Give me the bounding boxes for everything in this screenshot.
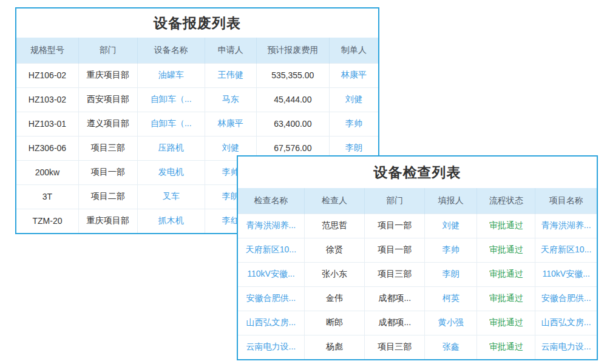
table-row: 安徽合肥供... 金伟 成都项... 柯英 审批通过 安徽合肥供... <box>238 286 597 311</box>
cell-department: 项目一部 <box>79 160 138 184</box>
status-badge: 审批通过 <box>477 238 535 262</box>
cell-department: 成都项... <box>365 311 425 335</box>
cell-filler-link[interactable]: 李帅 <box>425 238 477 262</box>
table-row: 山西弘文房... 断郎 成都项... 黄小强 审批通过 山西弘文房... <box>238 311 597 335</box>
status-badge: 审批通过 <box>477 262 535 286</box>
cell-inspector: 断郎 <box>304 311 364 335</box>
cell-inspection-name-link[interactable]: 110kV安徽... <box>238 262 304 286</box>
status-badge: 审批通过 <box>477 286 535 311</box>
column-header-inspection-name: 检查名称 <box>238 188 304 214</box>
cell-project-name-link[interactable]: 山西弘文房... <box>535 311 597 335</box>
cell-filler-link[interactable]: 张鑫 <box>425 335 477 359</box>
inspection-header-row: 检查名称 检查人 部门 填报人 流程状态 项目名称 <box>238 188 597 214</box>
cell-applicant-link[interactable]: 马东 <box>205 87 256 112</box>
cell-filler-link[interactable]: 黄小强 <box>425 311 477 335</box>
table-row: HZ103-01 遵义项目部 自卸车（... 林康平 63,400.00 李帅 <box>16 112 378 136</box>
status-badge: 审批通过 <box>477 311 535 335</box>
column-header-flow-status: 流程状态 <box>477 188 535 214</box>
cell-department: 项目一部 <box>365 238 425 262</box>
cell-spec-model: HZ103-01 <box>16 112 79 136</box>
cell-department: 西安项目部 <box>79 87 138 112</box>
inspection-table: 检查名称 检查人 部门 填报人 流程状态 项目名称 青海洪湖养... 范思哲 项… <box>238 188 597 359</box>
cell-equipment-name-link[interactable]: 自卸车（... <box>137 87 205 112</box>
table-row: HZ106-02 重庆项目部 油罐车 王伟健 535,355.00 林康平 <box>16 63 378 87</box>
cell-project-name-link[interactable]: 安徽合肥供... <box>535 286 597 311</box>
cell-equipment-name-link[interactable]: 叉车 <box>137 184 205 209</box>
cell-department: 成都项... <box>365 286 425 311</box>
cell-inspection-name-link[interactable]: 山西弘文房... <box>238 311 304 335</box>
cell-applicant-link[interactable]: 王伟健 <box>205 63 256 87</box>
column-header-creator: 制单人 <box>330 38 379 63</box>
cell-equipment-name-link[interactable]: 发电机 <box>137 160 205 184</box>
cell-creator-link[interactable]: 李帅 <box>330 112 379 136</box>
table-row: 天府新区10... 徐贤 项目一部 李帅 审批通过 天府新区10... <box>238 238 597 262</box>
cell-filler-link[interactable]: 李朗 <box>425 262 477 286</box>
column-header-applicant: 申请人 <box>205 38 256 63</box>
column-header-project-name: 项目名称 <box>535 188 597 214</box>
scrap-header-row: 规格型号 部门 设备名称 申请人 预计报废费用 制单人 <box>16 38 378 63</box>
cell-inspector: 杨彪 <box>304 335 364 359</box>
column-header-estimated-cost: 预计报废费用 <box>256 38 329 63</box>
cell-filler-link[interactable]: 刘健 <box>425 214 477 238</box>
column-header-department: 部门 <box>79 38 138 63</box>
cell-inspector: 徐贤 <box>304 238 364 262</box>
cell-department: 重庆项目部 <box>79 63 138 87</box>
cell-spec-model: TZM-20 <box>16 209 79 233</box>
cell-estimated-cost: 63,400.00 <box>256 112 329 136</box>
cell-equipment-name-link[interactable]: 抓木机 <box>137 209 205 233</box>
cell-applicant-link[interactable]: 林康平 <box>205 112 256 136</box>
cell-department: 项目三部 <box>365 335 425 359</box>
inspection-table-title: 设备检查列表 <box>238 157 597 188</box>
cell-department: 项目一部 <box>365 214 425 238</box>
cell-project-name-link[interactable]: 110kV安徽... <box>535 262 597 286</box>
cell-inspection-name-link[interactable]: 青海洪湖养... <box>238 214 304 238</box>
cell-project-name-link[interactable]: 天府新区10... <box>535 238 597 262</box>
cell-equipment-name-link[interactable]: 油罐车 <box>137 63 205 87</box>
cell-department: 遵义项目部 <box>79 112 138 136</box>
cell-spec-model: 3T <box>16 184 79 209</box>
cell-creator-link[interactable]: 林康平 <box>330 63 379 87</box>
column-header-department: 部门 <box>365 188 425 214</box>
status-badge: 审批通过 <box>477 335 535 359</box>
cell-department: 项目三部 <box>365 262 425 286</box>
cell-spec-model: 200kw <box>16 160 79 184</box>
cell-inspection-name-link[interactable]: 天府新区10... <box>238 238 304 262</box>
scrap-table-title: 设备报废列表 <box>16 8 378 38</box>
column-header-spec-model: 规格型号 <box>16 38 79 63</box>
cell-inspection-name-link[interactable]: 云南电力设... <box>238 335 304 359</box>
cell-inspector: 张小东 <box>304 262 364 286</box>
cell-spec-model: HZ106-02 <box>16 63 79 87</box>
column-header-inspector: 检查人 <box>304 188 364 214</box>
cell-spec-model: HZ103-02 <box>16 87 79 112</box>
cell-spec-model: HZ306-06 <box>16 136 79 160</box>
cell-inspection-name-link[interactable]: 安徽合肥供... <box>238 286 304 311</box>
cell-equipment-name-link[interactable]: 压路机 <box>137 136 205 160</box>
table-row: 云南电力设... 杨彪 项目三部 张鑫 审批通过 云南电力设... <box>238 335 597 359</box>
cell-project-name-link[interactable]: 云南电力设... <box>535 335 597 359</box>
cell-department: 项目三部 <box>79 136 138 160</box>
column-header-equipment-name: 设备名称 <box>137 38 205 63</box>
cell-estimated-cost: 45,444.00 <box>256 87 329 112</box>
table-row: HZ103-02 西安项目部 自卸车（... 马东 45,444.00 刘健 <box>16 87 378 112</box>
cell-filler-link[interactable]: 柯英 <box>425 286 477 311</box>
cell-estimated-cost: 535,355.00 <box>256 63 329 87</box>
inspection-table-card: 设备检查列表 检查名称 检查人 部门 填报人 流程状态 项目名称 青海洪湖养..… <box>237 155 598 360</box>
table-row: 青海洪湖养... 范思哲 项目一部 刘健 审批通过 青海洪湖养... <box>238 214 597 238</box>
table-row: 110kV安徽... 张小东 项目三部 李朗 审批通过 110kV安徽... <box>238 262 597 286</box>
cell-project-name-link[interactable]: 青海洪湖养... <box>535 214 597 238</box>
cell-inspector: 金伟 <box>304 286 364 311</box>
cell-inspector: 范思哲 <box>304 214 364 238</box>
column-header-filler: 填报人 <box>425 188 477 214</box>
cell-department: 重庆项目部 <box>79 209 138 233</box>
cell-department: 项目二部 <box>79 184 138 209</box>
cell-equipment-name-link[interactable]: 自卸车（... <box>137 112 205 136</box>
cell-creator-link[interactable]: 刘健 <box>330 87 379 112</box>
status-badge: 审批通过 <box>477 214 535 238</box>
